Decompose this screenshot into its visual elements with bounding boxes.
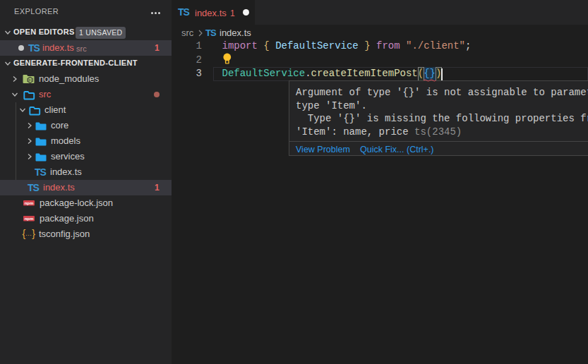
svg-text:npm: npm: [24, 217, 33, 221]
svg-text:npm: npm: [24, 201, 33, 205]
